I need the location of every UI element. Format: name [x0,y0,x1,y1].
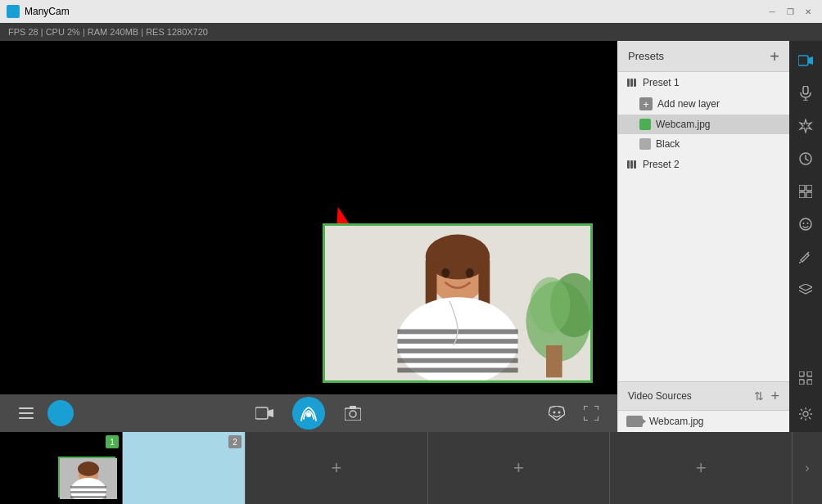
webcam-layer-icon [639,119,651,130]
svg-rect-24 [58,407,61,419]
fullscreen-button[interactable] [578,400,604,426]
preset-2-label: Preset 2 [643,159,680,170]
add-layer-item[interactable]: + Add new layer [618,93,789,115]
svg-marker-49 [799,284,812,290]
preset-thumb-2-number: 2 [228,435,242,448]
svg-point-54 [803,412,808,416]
svg-rect-59 [70,486,106,488]
svg-rect-51 [807,371,812,376]
add-preset-slot-3[interactable]: + [610,432,793,504]
toolbar-center [251,397,366,430]
add-layer-label: Add new layer [657,98,720,110]
svg-rect-6 [546,345,562,377]
svg-rect-25 [62,407,65,419]
preset-thumb-1-inner [58,457,115,497]
sidebar-video-icon[interactable] [793,47,819,74]
sidebar-gallery-icon[interactable] [793,178,819,205]
svg-point-32 [553,412,556,414]
svg-rect-40 [799,185,805,191]
preset-thumb-2[interactable]: 2 [123,432,246,504]
main-area: Presets + Preset 1 + Add new layer Webca… [0,41,822,432]
preset-thumb-1[interactable]: 1 [0,432,123,504]
stats-bar: FPS 28 | CPU 2% | RAM 240MB | RES 1280X7… [0,23,822,41]
toolbar-left [13,400,74,426]
black-layer-item[interactable]: Black [618,134,789,154]
svg-rect-43 [806,192,812,198]
svg-rect-14 [397,339,517,344]
svg-rect-17 [397,368,517,373]
preset-thumb-1-number: 1 [106,435,119,448]
preset-2-icon [625,160,638,169]
snapshot-button[interactable] [340,400,366,426]
svg-marker-27 [268,409,273,417]
preset-1-label: Preset 1 [643,77,680,88]
video-sources-sort-button[interactable]: ⇅ [754,389,764,403]
presets-header: Presets + [618,41,789,72]
webcam-source-icon [626,416,643,427]
right-sidebar [789,41,822,432]
sidebar-effects-icon[interactable] [793,113,819,139]
svg-point-33 [558,412,561,414]
svg-rect-50 [799,371,804,376]
svg-point-46 [807,223,809,224]
add-preset-button[interactable]: + [770,48,779,65]
sidebar-audio-icon[interactable] [793,80,819,106]
svg-rect-53 [807,380,812,385]
app-title: ManyCam [25,6,70,17]
svg-rect-31 [350,406,356,409]
titlebar: ManyCam ─ ❐ ✕ [0,0,822,23]
black-layer-label: Black [656,138,680,150]
menu-button[interactable] [13,400,39,426]
video-sources-controls: ⇅ + [754,388,779,405]
layers-toggle-button[interactable] [47,400,74,426]
preset-1-icon [625,78,638,88]
preset-2-item[interactable]: Preset 2 [618,154,789,175]
face-effects-button[interactable] [544,400,570,426]
svg-point-57 [78,461,99,476]
svg-rect-26 [255,407,268,419]
svg-point-28 [306,412,311,417]
restore-button[interactable]: ❐ [783,4,797,19]
add-preset-slot-1[interactable]: + [246,432,428,504]
svg-point-18 [441,268,449,278]
video-sources-header: Video Sources ⇅ + [618,381,789,411]
svg-rect-23 [54,407,56,419]
bottom-strip: 1 2 + + + › [0,432,822,504]
black-layer-icon [639,138,651,150]
svg-line-47 [807,252,809,254]
sidebar-face-icon[interactable] [793,211,819,237]
sidebar-history-icon[interactable] [793,146,819,172]
add-preset-slot-2[interactable]: + [428,432,611,504]
add-layer-icon: + [639,97,653,110]
video-preview-area [0,41,617,432]
minimize-button[interactable]: ─ [765,4,779,19]
sidebar-grid-icon[interactable] [793,365,819,391]
stats-text: FPS 28 | CPU 2% | RAM 240MB | RES 1280X7… [8,27,208,37]
svg-rect-41 [806,185,812,191]
webcam-layer-item[interactable]: Webcam.jpg [618,115,789,134]
record-button[interactable] [251,400,278,426]
svg-rect-52 [799,380,804,385]
presets-panel: Presets + Preset 1 + Add new layer Webca… [617,41,789,432]
bottom-strip-next-button[interactable]: › [793,432,822,504]
broadcast-button[interactable] [292,397,325,430]
sidebar-edit-icon[interactable] [793,244,819,270]
webcam-image [325,226,590,380]
svg-rect-15 [397,349,517,353]
webcam-source-item[interactable]: Webcam.jpg [618,411,789,432]
svg-rect-34 [798,56,808,65]
preset-1-item[interactable]: Preset 1 [618,72,789,93]
sidebar-layers-icon[interactable] [793,277,819,303]
svg-point-19 [466,268,474,278]
svg-rect-20 [19,407,34,409]
video-sources-add-button[interactable]: + [770,388,779,405]
toolbar-right [544,400,604,426]
webcam-source-label: Webcam.jpg [649,416,703,427]
sidebar-settings-icon[interactable] [793,401,819,427]
webcam-preview-box [323,223,593,383]
svg-rect-21 [19,412,34,414]
svg-marker-35 [808,56,813,65]
titlebar-left: ManyCam [7,5,70,18]
svg-rect-36 [803,86,808,94]
close-button[interactable]: ✕ [801,4,815,19]
